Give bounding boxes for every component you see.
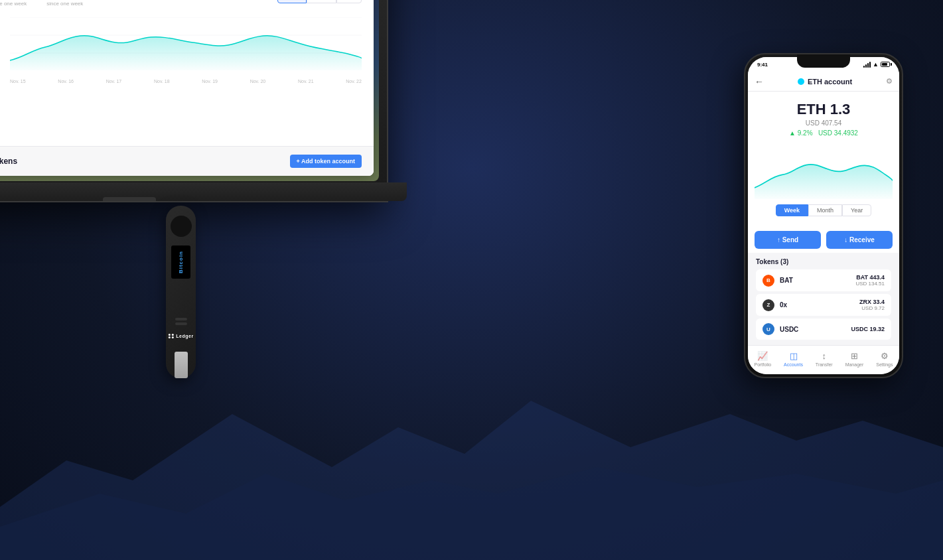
usdc-icon: U <box>762 323 774 335</box>
back-button[interactable]: ← <box>755 76 764 87</box>
xaxis-nov18: Nov. 18 <box>154 79 170 84</box>
zrx-name: 0x <box>780 301 859 309</box>
phone-chart-tabs: Week Month Year <box>755 204 893 216</box>
phone-balance-eth: ETH 1.3 <box>757 101 890 118</box>
bat-amount: BAT 443.4 <box>855 274 885 281</box>
tokens-label: Tokens <box>0 157 17 166</box>
phone-tab-week[interactable]: Week <box>776 204 808 216</box>
chart-svg-wrap <box>10 17 362 70</box>
phone-nav-accounts[interactable]: ◫ Accounts <box>784 351 803 367</box>
chart-stat-usd: ▲ USD 22,91 since one week <box>46 0 96 7</box>
zrx-icon: Z <box>762 299 774 311</box>
ledger-brand: Ledger <box>168 334 193 338</box>
xaxis-nov22: Nov. 22 <box>346 79 362 84</box>
yaxis-60k: 60k <box>0 17 9 23</box>
usdc-name: USDC <box>780 326 851 333</box>
chart-stats: ▲ 3.62 % since one week ▲ USD 22,91 sinc… <box>0 0 96 7</box>
phone-tokens: Tokens (3) B BAT BAT 443.4 USD 134.51 Z … <box>748 253 899 340</box>
phone-nav-manager[interactable]: ⊞ Manager <box>845 351 864 367</box>
mountain-bg <box>0 361 943 560</box>
xaxis-nov15: Nov. 15 <box>10 79 26 84</box>
phone-bottom-nav: 📈 Portfolio ◫ Accounts ↕ Transfer ⊞ Mana… <box>748 345 899 374</box>
ledger-hardware-wallet: Bitcoin Ledger <box>163 192 199 405</box>
laptop-screen-bg: MENU ⊙ Dashboard ◫ Accounts ↑ Send <box>0 0 379 181</box>
signal-bars-icon <box>863 62 871 68</box>
ledger-body: Bitcoin Ledger <box>166 206 196 378</box>
ledger-up-btn[interactable] <box>175 318 187 320</box>
phone-token-bat: B BAT BAT 443.4 USD 134.51 <box>756 269 891 291</box>
ledger-brand-dots <box>168 334 174 338</box>
stat-pct-label: since one week <box>0 1 27 7</box>
chart-yaxis: 60k 40k 20k <box>0 17 9 70</box>
portfolio-label: Portfolio <box>754 362 771 367</box>
phone-chart: Week Month Year <box>748 143 899 227</box>
phone-token-usdc: U USDC USDC 19.32 <box>756 318 891 340</box>
app-window: MENU ⊙ Dashboard ◫ Accounts ↑ Send <box>0 0 374 176</box>
phone-eth-icon <box>798 78 804 85</box>
dot1 <box>168 334 170 336</box>
phone-gain: ▲ 9.2% USD 34.4932 <box>757 129 890 137</box>
phone-notch <box>797 54 850 68</box>
phone-tokens-title: Tokens (3) <box>756 258 891 265</box>
chart-tabs: Week Month Year <box>277 0 362 3</box>
phone-nav-settings[interactable]: ⚙ Settings <box>876 351 893 367</box>
bar1 <box>863 66 865 68</box>
usdc-balance: USDC 19.32 <box>851 326 885 332</box>
accounts-nav-icon: ◫ <box>790 351 798 361</box>
zrx-balance: ZRX 33.4 USD 9.72 <box>859 299 885 311</box>
ledger-down-btn[interactable] <box>175 322 187 325</box>
ledger-usb-connector <box>175 352 188 378</box>
yaxis-40k: 40k <box>0 40 9 46</box>
main-content: Accounts / Personal Account ▾ <box>0 0 374 176</box>
ledger-button[interactable] <box>171 216 192 237</box>
phone-body: 9:41 ▲ ← <box>744 53 903 378</box>
bat-usd: USD 134.51 <box>855 281 885 287</box>
phone-tab-month[interactable]: Month <box>808 204 842 216</box>
dot2 <box>171 334 173 336</box>
chart-stat-pct: ▲ 3.62 % since one week <box>0 0 27 7</box>
phone-settings-button[interactable]: ⚙ <box>886 77 893 86</box>
laptop-base <box>0 182 407 201</box>
dot3 <box>168 336 170 338</box>
phone-nav-portfolio[interactable]: 📈 Portfolio <box>754 351 771 367</box>
zrx-amount: ZRX 33.4 <box>859 299 885 305</box>
xaxis-nov16: Nov. 16 <box>58 79 74 84</box>
phone-time: 9:41 <box>757 62 768 68</box>
stat-usd-label: since one week <box>46 1 96 7</box>
ledger-brand-text: Ledger <box>176 334 193 338</box>
battery-icon <box>881 62 890 67</box>
xaxis-nov19: Nov. 19 <box>202 79 218 84</box>
phone-actions: ↑ Send ↓ Receive <box>748 227 899 253</box>
transfer-icon: ↕ <box>822 351 827 361</box>
balance-chart-area: ETH 2.36 USD 644.23 ▲ 3.62 % since one w… <box>0 0 374 146</box>
phone-nav-title: ETH account <box>798 78 852 86</box>
laptop: MENU ⊙ Dashboard ◫ Accounts ↑ Send <box>0 0 368 216</box>
transfer-label: Transfer <box>816 362 833 367</box>
chart-tab-week[interactable]: Week <box>277 0 306 3</box>
add-token-button[interactable]: + Add token account <box>290 155 362 168</box>
phone-screen: 9:41 ▲ ← <box>748 57 899 374</box>
phone-send-button[interactable]: ↑ Send <box>755 231 821 249</box>
phone-gain-pct: ▲ 9.2% <box>789 129 812 137</box>
laptop-screen-bezel: MENU ⊙ Dashboard ◫ Accounts ↑ Send <box>0 0 379 181</box>
phone-receive-button[interactable]: ↓ Receive <box>826 231 893 249</box>
bat-balance: BAT 443.4 USD 134.51 <box>855 274 885 287</box>
manager-nav-icon: ⊞ <box>851 351 858 361</box>
accounts-nav-label: Accounts <box>784 362 803 367</box>
yaxis-20k: 20k <box>0 64 9 70</box>
xaxis-nov17: Nov. 17 <box>106 79 122 84</box>
chart-tab-year[interactable]: Year <box>336 0 362 3</box>
chart-tab-month[interactable]: Month <box>307 0 336 3</box>
phone-balance-usd: USD 407.54 <box>757 119 890 127</box>
phone: 9:41 ▲ ← <box>744 53 903 378</box>
phone-statusbar-right: ▲ <box>863 61 890 68</box>
phone-token-zrx: Z 0x ZRX 33.4 USD 9.72 <box>756 294 891 316</box>
wifi-icon: ▲ <box>873 61 879 68</box>
battery-tip <box>891 63 892 66</box>
ledger-nav-buttons <box>175 318 187 325</box>
phone-tab-year[interactable]: Year <box>842 204 871 216</box>
ledger-display-text: Bitcoin <box>178 251 184 273</box>
battery-fill <box>882 63 887 66</box>
phone-nav-transfer[interactable]: ↕ Transfer <box>816 351 833 367</box>
phone-nav: ← ETH account ⚙ <box>748 72 899 92</box>
